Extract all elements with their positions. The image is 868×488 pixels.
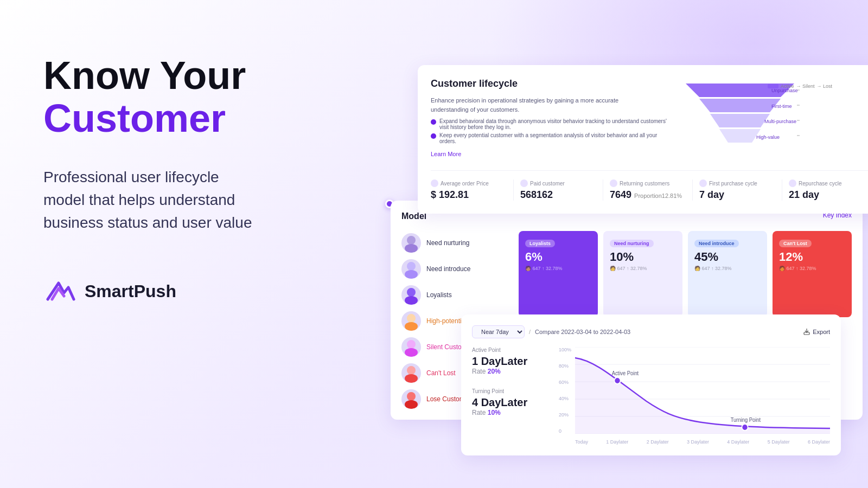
svg-point-17 — [405, 296, 418, 305]
svg-text:Turning Point: Turning Point — [731, 417, 761, 423]
svg-point-23 — [405, 374, 418, 383]
svg-point-19 — [405, 322, 418, 331]
svg-point-20 — [407, 340, 416, 349]
repurchase-icon — [789, 179, 796, 187]
active-card-body: Active Point 1 DayLater Rate 20% Turning… — [472, 347, 830, 445]
segment-name: Can't Lost — [426, 369, 456, 377]
chart-y-labels: 100% 80% 60% 40% 20% 0 — [559, 347, 571, 434]
avatar — [401, 285, 421, 305]
list-item: Need introduce — [401, 259, 510, 279]
svg-point-16 — [407, 288, 416, 297]
list-item: Loyalists — [401, 285, 510, 305]
headline-line1: Know Your — [43, 54, 358, 97]
avatar — [401, 233, 421, 253]
subtext: Professional user lifecyclemodel that he… — [43, 166, 358, 234]
segment-card-cant-lost[interactable]: Can't Lost 12% 🧑 647 ↑ 32.78% — [773, 231, 852, 317]
active-point-section: Active Point 1 DayLater Rate 20% — [472, 347, 548, 375]
avatar — [401, 363, 421, 383]
lifecycle-title: Customer lifecycle — [431, 78, 669, 89]
svg-point-18 — [407, 314, 416, 323]
svg-point-34 — [614, 377, 620, 384]
smartpush-logo-icon — [43, 278, 76, 305]
svg-marker-2 — [699, 99, 781, 112]
export-button[interactable]: Export — [803, 328, 830, 336]
svg-point-25 — [405, 400, 418, 409]
learn-more-link[interactable]: Learn More — [431, 151, 461, 157]
bullet-dot-icon — [431, 119, 436, 125]
metric-first-purchase: First purchase cycle 7 day — [693, 179, 782, 201]
svg-text:First-time: First-time — [771, 104, 792, 109]
brand-name: SmartPush — [85, 281, 176, 301]
metric-repurchase: Repurchase cycle 21 day — [782, 179, 868, 201]
funnel-area: Unpurchase First-time Multi-purchase Hig… — [680, 78, 800, 166]
avatar — [401, 311, 421, 331]
svg-point-14 — [407, 262, 416, 271]
lifecycle-bullets: Expand behavioral data through anonymous… — [431, 118, 669, 144]
chart-inner: Active Point Turning Point — [575, 347, 830, 434]
filter-row: Near 7day / Compare 2022-03-04 to 2022-0… — [472, 325, 630, 338]
segment-card-need-nurturing[interactable]: Need nurturing 10% 🧑 647 ↑ 32.78% — [603, 231, 682, 317]
svg-point-24 — [407, 392, 416, 401]
svg-point-22 — [407, 366, 416, 375]
avatar — [401, 337, 421, 357]
bullet-dot-2-icon — [431, 133, 436, 139]
returning-icon — [610, 179, 617, 187]
segment-card-need-introduce[interactable]: Need introduce 45% 🧑 647 ↑ 32.78% — [688, 231, 767, 317]
metric-paid-customer: Paid customer 568162 — [514, 179, 603, 201]
svg-point-12 — [407, 236, 416, 245]
line-chart-svg: Active Point Turning Point — [575, 347, 830, 434]
lifecycle-desc: Enhance precision in operational strateg… — [431, 96, 648, 114]
svg-marker-6 — [719, 129, 761, 143]
divider: / — [529, 329, 531, 335]
list-item: Need nurturing — [401, 233, 510, 253]
chart-area: 100% 80% 60% 40% 20% 0 — [559, 347, 830, 445]
svg-text:Active Point: Active Point — [612, 370, 639, 376]
avatar — [401, 259, 421, 279]
metrics-row: Average order Price $ 192.81 Paid custom… — [431, 170, 868, 201]
svg-point-13 — [405, 244, 418, 253]
segment-card-loyalists[interactable]: Loyalists 6% 🧑 647 ↑ 32.78% — [519, 231, 598, 317]
svg-point-36 — [742, 424, 748, 431]
svg-text:Multi-purchase: Multi-purchase — [764, 119, 796, 124]
avatar — [401, 389, 421, 409]
metric-returning: Returning customers 7649 Proportion12.81… — [603, 179, 693, 201]
segment-name: High-potential — [426, 317, 467, 325]
paid-customer-icon — [520, 179, 528, 187]
segment-name: Need nurturing — [426, 239, 469, 247]
headline-line2: Customer — [43, 97, 358, 140]
left-panel: Know Your Customer Professional user lif… — [43, 54, 358, 305]
lifecycle-bullet-1: Expand behavioral data through anonymous… — [431, 118, 669, 130]
brand: SmartPush — [43, 278, 358, 305]
svg-point-15 — [405, 270, 418, 279]
chart-x-labels: Today 1 Daylater 2 Daylater 3 Daylater 4… — [575, 439, 830, 445]
avg-order-icon — [431, 179, 438, 187]
time-filter-select[interactable]: Near 7day — [472, 325, 525, 338]
first-purchase-icon — [699, 179, 707, 187]
compare-label: Compare 2022-03-04 to 2022-04-03 — [535, 329, 630, 335]
svg-point-21 — [405, 348, 418, 357]
segment-name: Loyalists — [426, 291, 452, 299]
lifecycle-card: Customer lifecycle Enhance precision in … — [418, 65, 868, 214]
lifecycle-bullet-2: Keep every potential customer with a seg… — [431, 132, 669, 144]
svg-text:High-value: High-value — [756, 134, 780, 140]
export-icon — [803, 328, 810, 336]
svg-marker-4 — [710, 114, 770, 127]
active-left-panel: Active Point 1 DayLater Rate 20% Turning… — [472, 347, 548, 445]
funnel-chart-icon: Unpurchase First-time Multi-purchase Hig… — [680, 78, 800, 154]
turning-point-section: Turning Point 4 DayLater Rate 10% — [472, 388, 548, 416]
active-card: Near 7day / Compare 2022-03-04 to 2022-0… — [461, 314, 841, 455]
metric-avg-order: Average order Price $ 192.81 — [431, 179, 514, 201]
active-card-header: Near 7day / Compare 2022-03-04 to 2022-0… — [472, 325, 830, 338]
right-panel: Customer lifecycle Enhance precision in … — [391, 33, 868, 477]
segment-name: Need introduce — [426, 265, 470, 273]
